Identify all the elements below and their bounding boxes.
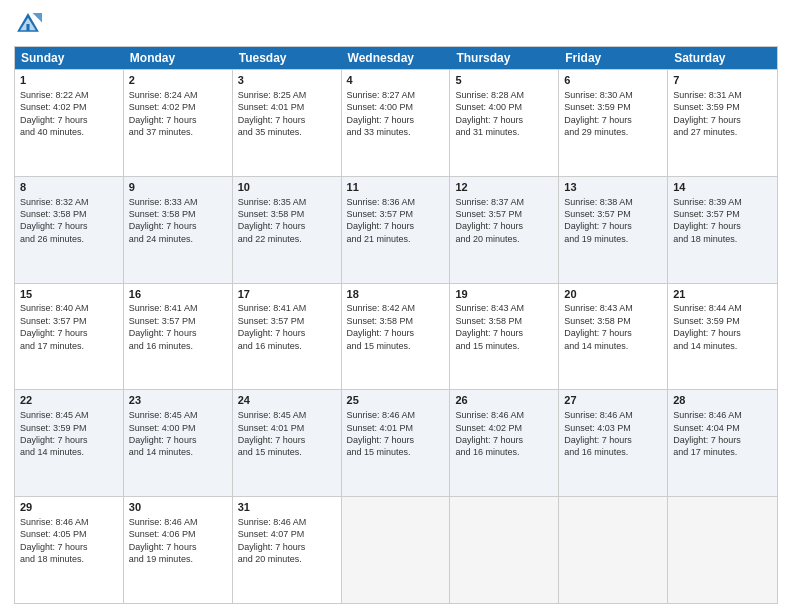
calendar-row-4: 22Sunrise: 8:45 AM Sunset: 3:59 PM Dayli… [15,389,777,496]
day-cell-17: 17Sunrise: 8:41 AM Sunset: 3:57 PM Dayli… [233,284,342,390]
day-info: Sunrise: 8:46 AM Sunset: 4:06 PM Dayligh… [129,516,227,566]
day-info: Sunrise: 8:44 AM Sunset: 3:59 PM Dayligh… [673,302,772,352]
day-number: 20 [564,287,662,302]
day-info: Sunrise: 8:31 AM Sunset: 3:59 PM Dayligh… [673,89,772,139]
day-cell-29: 29Sunrise: 8:46 AM Sunset: 4:05 PM Dayli… [15,497,124,603]
day-info: Sunrise: 8:46 AM Sunset: 4:01 PM Dayligh… [347,409,445,459]
day-number: 9 [129,180,227,195]
day-info: Sunrise: 8:35 AM Sunset: 3:58 PM Dayligh… [238,196,336,246]
day-number: 1 [20,73,118,88]
day-cell-20: 20Sunrise: 8:43 AM Sunset: 3:58 PM Dayli… [559,284,668,390]
day-info: Sunrise: 8:24 AM Sunset: 4:02 PM Dayligh… [129,89,227,139]
day-info: Sunrise: 8:27 AM Sunset: 4:00 PM Dayligh… [347,89,445,139]
day-info: Sunrise: 8:45 AM Sunset: 4:00 PM Dayligh… [129,409,227,459]
calendar-body: 1Sunrise: 8:22 AM Sunset: 4:02 PM Daylig… [15,69,777,603]
day-cell-26: 26Sunrise: 8:46 AM Sunset: 4:02 PM Dayli… [450,390,559,496]
logo [14,10,46,38]
empty-cell [342,497,451,603]
calendar-row-2: 8Sunrise: 8:32 AM Sunset: 3:58 PM Daylig… [15,176,777,283]
day-cell-16: 16Sunrise: 8:41 AM Sunset: 3:57 PM Dayli… [124,284,233,390]
day-info: Sunrise: 8:43 AM Sunset: 3:58 PM Dayligh… [455,302,553,352]
day-info: Sunrise: 8:38 AM Sunset: 3:57 PM Dayligh… [564,196,662,246]
header-day-wednesday: Wednesday [342,47,451,69]
day-info: Sunrise: 8:46 AM Sunset: 4:07 PM Dayligh… [238,516,336,566]
day-cell-30: 30Sunrise: 8:46 AM Sunset: 4:06 PM Dayli… [124,497,233,603]
header-day-sunday: Sunday [15,47,124,69]
day-cell-6: 6Sunrise: 8:30 AM Sunset: 3:59 PM Daylig… [559,70,668,176]
day-number: 6 [564,73,662,88]
day-cell-13: 13Sunrise: 8:38 AM Sunset: 3:57 PM Dayli… [559,177,668,283]
day-cell-14: 14Sunrise: 8:39 AM Sunset: 3:57 PM Dayli… [668,177,777,283]
day-number: 31 [238,500,336,515]
day-number: 12 [455,180,553,195]
day-info: Sunrise: 8:37 AM Sunset: 3:57 PM Dayligh… [455,196,553,246]
day-info: Sunrise: 8:25 AM Sunset: 4:01 PM Dayligh… [238,89,336,139]
day-number: 19 [455,287,553,302]
day-cell-25: 25Sunrise: 8:46 AM Sunset: 4:01 PM Dayli… [342,390,451,496]
day-cell-31: 31Sunrise: 8:46 AM Sunset: 4:07 PM Dayli… [233,497,342,603]
day-cell-10: 10Sunrise: 8:35 AM Sunset: 3:58 PM Dayli… [233,177,342,283]
day-number: 2 [129,73,227,88]
day-number: 14 [673,180,772,195]
calendar-row-3: 15Sunrise: 8:40 AM Sunset: 3:57 PM Dayli… [15,283,777,390]
day-number: 3 [238,73,336,88]
day-info: Sunrise: 8:45 AM Sunset: 3:59 PM Dayligh… [20,409,118,459]
day-number: 11 [347,180,445,195]
day-info: Sunrise: 8:46 AM Sunset: 4:04 PM Dayligh… [673,409,772,459]
day-cell-23: 23Sunrise: 8:45 AM Sunset: 4:00 PM Dayli… [124,390,233,496]
day-cell-4: 4Sunrise: 8:27 AM Sunset: 4:00 PM Daylig… [342,70,451,176]
day-number: 30 [129,500,227,515]
day-cell-3: 3Sunrise: 8:25 AM Sunset: 4:01 PM Daylig… [233,70,342,176]
day-info: Sunrise: 8:22 AM Sunset: 4:02 PM Dayligh… [20,89,118,139]
day-cell-24: 24Sunrise: 8:45 AM Sunset: 4:01 PM Dayli… [233,390,342,496]
day-number: 16 [129,287,227,302]
day-number: 24 [238,393,336,408]
day-number: 28 [673,393,772,408]
header-day-saturday: Saturday [668,47,777,69]
day-info: Sunrise: 8:46 AM Sunset: 4:03 PM Dayligh… [564,409,662,459]
day-info: Sunrise: 8:33 AM Sunset: 3:58 PM Dayligh… [129,196,227,246]
day-number: 25 [347,393,445,408]
day-number: 7 [673,73,772,88]
svg-marker-2 [33,13,42,22]
day-info: Sunrise: 8:40 AM Sunset: 3:57 PM Dayligh… [20,302,118,352]
header-day-tuesday: Tuesday [233,47,342,69]
day-number: 13 [564,180,662,195]
day-cell-8: 8Sunrise: 8:32 AM Sunset: 3:58 PM Daylig… [15,177,124,283]
day-number: 18 [347,287,445,302]
day-cell-2: 2Sunrise: 8:24 AM Sunset: 4:02 PM Daylig… [124,70,233,176]
day-number: 26 [455,393,553,408]
day-info: Sunrise: 8:43 AM Sunset: 3:58 PM Dayligh… [564,302,662,352]
day-cell-28: 28Sunrise: 8:46 AM Sunset: 4:04 PM Dayli… [668,390,777,496]
day-info: Sunrise: 8:32 AM Sunset: 3:58 PM Dayligh… [20,196,118,246]
header-day-thursday: Thursday [450,47,559,69]
day-cell-22: 22Sunrise: 8:45 AM Sunset: 3:59 PM Dayli… [15,390,124,496]
day-info: Sunrise: 8:42 AM Sunset: 3:58 PM Dayligh… [347,302,445,352]
day-cell-27: 27Sunrise: 8:46 AM Sunset: 4:03 PM Dayli… [559,390,668,496]
day-info: Sunrise: 8:30 AM Sunset: 3:59 PM Dayligh… [564,89,662,139]
day-number: 4 [347,73,445,88]
day-info: Sunrise: 8:36 AM Sunset: 3:57 PM Dayligh… [347,196,445,246]
day-info: Sunrise: 8:46 AM Sunset: 4:02 PM Dayligh… [455,409,553,459]
page-header [14,10,778,38]
calendar-row-5: 29Sunrise: 8:46 AM Sunset: 4:05 PM Dayli… [15,496,777,603]
day-info: Sunrise: 8:41 AM Sunset: 3:57 PM Dayligh… [238,302,336,352]
day-cell-9: 9Sunrise: 8:33 AM Sunset: 3:58 PM Daylig… [124,177,233,283]
day-number: 21 [673,287,772,302]
day-cell-1: 1Sunrise: 8:22 AM Sunset: 4:02 PM Daylig… [15,70,124,176]
day-cell-18: 18Sunrise: 8:42 AM Sunset: 3:58 PM Dayli… [342,284,451,390]
day-info: Sunrise: 8:41 AM Sunset: 3:57 PM Dayligh… [129,302,227,352]
day-cell-19: 19Sunrise: 8:43 AM Sunset: 3:58 PM Dayli… [450,284,559,390]
day-info: Sunrise: 8:39 AM Sunset: 3:57 PM Dayligh… [673,196,772,246]
day-info: Sunrise: 8:45 AM Sunset: 4:01 PM Dayligh… [238,409,336,459]
empty-cell [559,497,668,603]
day-cell-15: 15Sunrise: 8:40 AM Sunset: 3:57 PM Dayli… [15,284,124,390]
day-cell-11: 11Sunrise: 8:36 AM Sunset: 3:57 PM Dayli… [342,177,451,283]
day-cell-21: 21Sunrise: 8:44 AM Sunset: 3:59 PM Dayli… [668,284,777,390]
day-number: 5 [455,73,553,88]
calendar-row-1: 1Sunrise: 8:22 AM Sunset: 4:02 PM Daylig… [15,69,777,176]
day-number: 8 [20,180,118,195]
calendar-header: SundayMondayTuesdayWednesdayThursdayFrid… [15,47,777,69]
day-number: 10 [238,180,336,195]
logo-icon [14,10,42,38]
